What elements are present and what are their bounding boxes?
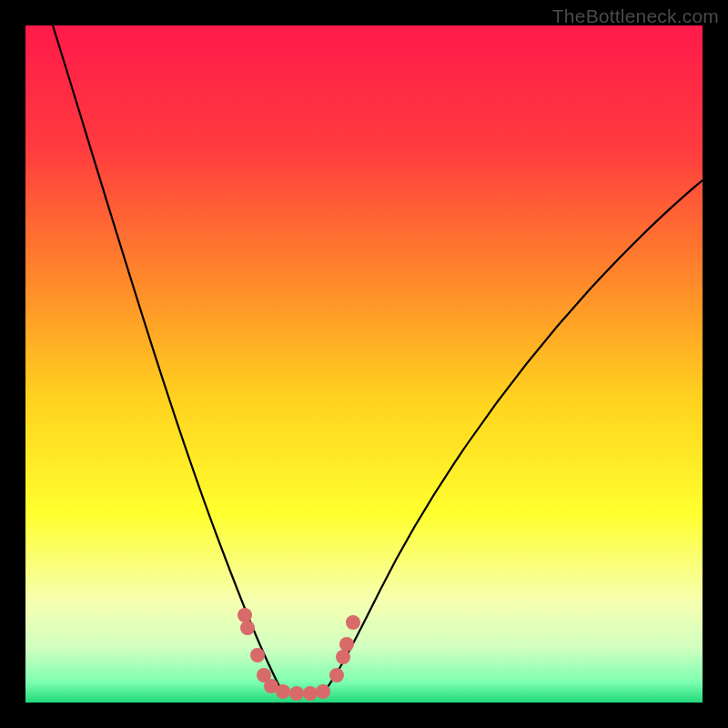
watermark-text: TheBottleneck.com [552, 5, 719, 27]
chart-background [25, 25, 703, 703]
svg-point-2 [250, 648, 265, 662]
svg-point-0 [238, 608, 252, 622]
svg-point-9 [329, 668, 344, 682]
chart-svg [25, 25, 703, 703]
bottleneck-chart [25, 25, 703, 703]
svg-point-7 [303, 686, 318, 701]
svg-point-12 [346, 615, 360, 630]
svg-point-11 [339, 637, 354, 652]
svg-point-8 [316, 684, 330, 699]
svg-point-5 [276, 684, 290, 699]
svg-point-6 [289, 686, 304, 701]
svg-point-10 [336, 650, 350, 664]
svg-point-1 [240, 621, 255, 635]
